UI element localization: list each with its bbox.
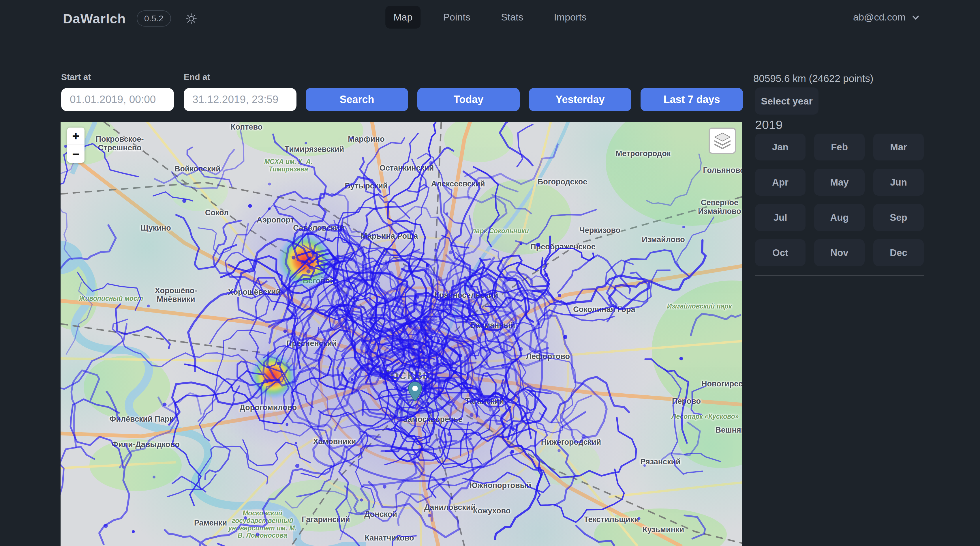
user-email: ab@cd.com <box>853 11 905 23</box>
nav-tabs: Map Points Stats Imports <box>385 6 594 29</box>
end-at-label: End at <box>184 72 210 82</box>
navbar: DaWarIch 0.5.2 Map Points Stats Imports … <box>0 0 980 38</box>
yesterday-button[interactable]: Yesterday <box>529 88 631 111</box>
today-button[interactable]: Today <box>417 88 520 111</box>
end-at-input[interactable] <box>184 88 296 111</box>
month-button-jun[interactable]: Jun <box>873 169 924 196</box>
last-7-days-button[interactable]: Last 7 days <box>641 88 743 111</box>
month-button-jul[interactable]: Jul <box>755 204 805 231</box>
app-title: DaWarIch <box>63 11 126 27</box>
chevron-down-icon <box>911 13 921 22</box>
map-layers-control[interactable] <box>709 128 736 154</box>
start-at-input[interactable] <box>61 88 174 111</box>
tab-map[interactable]: Map <box>385 6 420 29</box>
zoom-out-button[interactable]: − <box>67 145 84 163</box>
month-button-may[interactable]: May <box>814 169 865 196</box>
search-button[interactable]: Search <box>306 88 408 111</box>
map-zoom-control: + − <box>67 128 84 163</box>
month-button-feb[interactable]: Feb <box>814 134 865 160</box>
month-button-dec[interactable]: Dec <box>873 239 924 266</box>
app-root: DaWarIch 0.5.2 Map Points Stats Imports … <box>0 0 980 546</box>
month-grid: JanFebMarAprMayJunJulAugSepOctNovDec <box>755 134 924 266</box>
layers-icon <box>714 133 732 149</box>
month-button-oct[interactable]: Oct <box>755 239 805 266</box>
month-button-apr[interactable]: Apr <box>755 169 805 196</box>
theme-toggle-button[interactable] <box>183 11 199 27</box>
month-button-sep[interactable]: Sep <box>873 204 924 231</box>
sidebar-divider <box>755 276 924 276</box>
gps-tracks-layer <box>60 122 742 546</box>
select-year-button[interactable]: Select year <box>755 88 818 115</box>
start-at-label: Start at <box>61 72 91 82</box>
month-button-nov[interactable]: Nov <box>814 239 865 266</box>
year-heading: 2019 <box>755 118 783 132</box>
month-button-jan[interactable]: Jan <box>755 134 805 160</box>
sun-icon <box>185 12 197 26</box>
distance-points-stat: 80595.6 km (24622 points) <box>753 73 873 84</box>
version-badge: 0.5.2 <box>137 10 171 27</box>
month-button-aug[interactable]: Aug <box>814 204 865 231</box>
user-menu[interactable]: ab@cd.com <box>853 11 921 23</box>
tab-stats[interactable]: Stats <box>493 6 531 29</box>
map-marker-pin[interactable] <box>408 382 422 404</box>
map-canvas[interactable]: Покровское-СтрешневоВойковскийКоптевоТим… <box>60 122 742 546</box>
month-button-mar[interactable]: Mar <box>873 134 924 160</box>
tab-imports[interactable]: Imports <box>546 6 594 29</box>
zoom-in-button[interactable]: + <box>67 128 84 145</box>
tab-points[interactable]: Points <box>435 6 479 29</box>
